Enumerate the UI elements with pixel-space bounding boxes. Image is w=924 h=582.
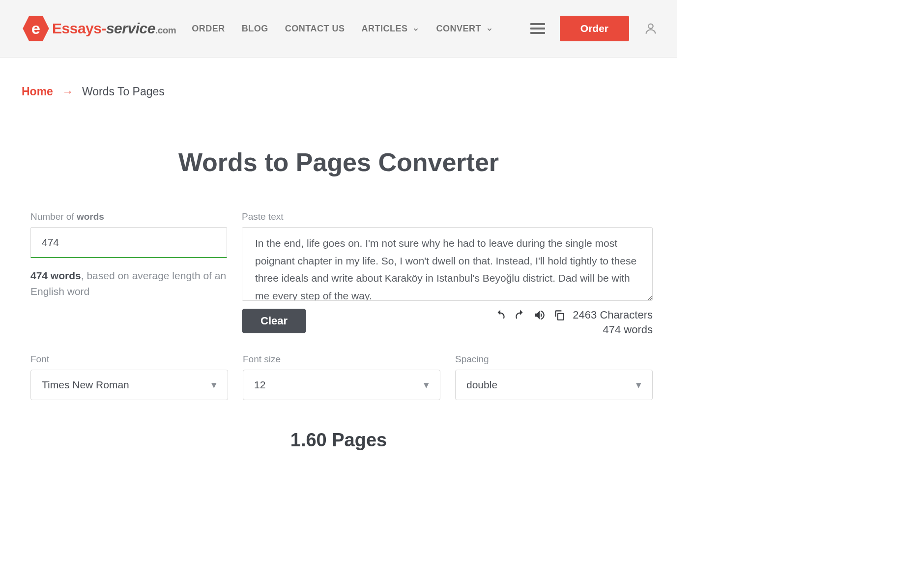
clear-button[interactable]: Clear: [242, 309, 306, 333]
breadcrumb-current: Words To Pages: [82, 85, 165, 98]
font-select[interactable]: Times New Roman ▾: [30, 370, 228, 400]
svg-point-1: [648, 24, 653, 29]
order-button[interactable]: Order: [560, 16, 629, 41]
header-right: Order: [530, 16, 658, 41]
spacing-block: Spacing double ▾: [455, 354, 653, 400]
font-size-label: Font size: [243, 354, 440, 365]
header: e Essays-service.com ORDER BLOG CONTACT …: [0, 0, 677, 58]
nav-articles[interactable]: ARTICLES: [361, 24, 419, 34]
breadcrumb-home[interactable]: Home: [22, 85, 53, 98]
result: 1.60 Pages: [0, 430, 677, 461]
words-note: 474 words, based on average length of an…: [30, 268, 227, 299]
nav-blog[interactable]: BLOG: [242, 24, 268, 34]
nav: ORDER BLOG CONTACT US ARTICLES CONVERT: [192, 24, 493, 34]
arrow-right-icon: →: [62, 85, 73, 98]
paste-label: Paste text: [242, 211, 653, 222]
font-label: Font: [30, 354, 228, 365]
font-block: Font Times New Roman ▾: [30, 354, 228, 400]
spacing-label: Spacing: [455, 354, 653, 365]
logo[interactable]: e Essays-service.com: [22, 14, 176, 43]
caret-down-icon: ▾: [211, 379, 217, 391]
undo-icon[interactable]: [494, 309, 507, 321]
word-count: 474 words: [603, 323, 653, 336]
svg-rect-2: [558, 314, 564, 320]
nav-contact[interactable]: CONTACT US: [285, 24, 345, 34]
caret-down-icon: ▾: [424, 379, 429, 391]
breadcrumb: Home → Words To Pages: [0, 58, 677, 98]
words-input[interactable]: [30, 227, 227, 258]
logo-hex-icon: e: [22, 14, 50, 43]
words-block: Number of words 474 words, based on aver…: [30, 211, 227, 336]
font-size-select[interactable]: 12 ▾: [243, 370, 440, 400]
caret-down-icon: ▾: [636, 379, 641, 391]
spacing-select[interactable]: double ▾: [455, 370, 653, 400]
paste-block: Paste text Clear 2: [242, 211, 653, 336]
chevron-down-icon: [412, 25, 419, 32]
nav-convert[interactable]: CONVERT: [436, 24, 493, 34]
paste-textarea[interactable]: [242, 227, 653, 301]
logo-text: Essays-service.com: [52, 20, 176, 37]
hamburger-menu-icon[interactable]: [530, 23, 545, 34]
page-title: Words to Pages Converter: [0, 147, 677, 177]
speaker-icon[interactable]: [533, 309, 546, 321]
paste-toolbar: Clear 2463 Characters: [242, 309, 653, 336]
chevron-down-icon: [486, 25, 493, 32]
words-label: Number of words: [30, 211, 227, 222]
copy-icon[interactable]: [553, 309, 566, 321]
nav-order[interactable]: ORDER: [192, 24, 225, 34]
profile-icon[interactable]: [644, 22, 658, 35]
font-size-block: Font size 12 ▾: [243, 354, 440, 400]
redo-icon[interactable]: [514, 309, 526, 321]
logo-letter: e: [22, 14, 50, 43]
character-count: 2463 Characters: [573, 309, 653, 321]
